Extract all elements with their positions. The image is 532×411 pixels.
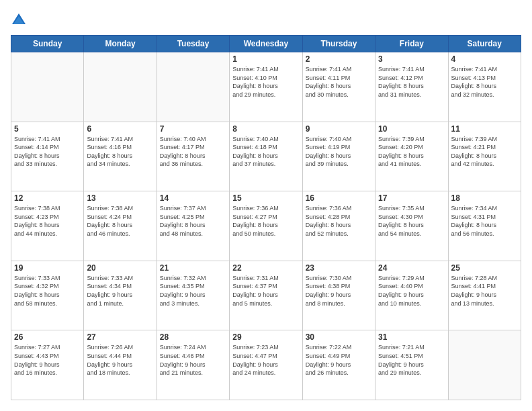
day-info: Sunrise: 7:24 AM Sunset: 4:46 PM Dayligh… [160,343,226,377]
page: SundayMondayTuesdayWednesdayThursdayFrid… [0,0,532,411]
day-info: Sunrise: 7:34 AM Sunset: 4:31 PM Dayligh… [451,204,518,238]
day-info: Sunrise: 7:40 AM Sunset: 4:18 PM Dayligh… [232,135,299,169]
day-info: Sunrise: 7:31 AM Sunset: 4:37 PM Dayligh… [232,274,299,308]
calendar-cell: 11Sunrise: 7:39 AM Sunset: 4:21 PM Dayli… [448,122,521,191]
day-number: 24 [378,263,445,273]
day-info: Sunrise: 7:32 AM Sunset: 4:35 PM Dayligh… [160,274,226,308]
calendar-cell: 23Sunrise: 7:30 AM Sunset: 4:38 PM Dayli… [302,261,375,330]
calendar-cell: 16Sunrise: 7:36 AM Sunset: 4:28 PM Dayli… [302,191,375,261]
day-info: Sunrise: 7:26 AM Sunset: 4:44 PM Dayligh… [87,343,153,377]
day-number: 21 [160,263,226,273]
day-info: Sunrise: 7:37 AM Sunset: 4:25 PM Dayligh… [160,204,226,238]
day-number: 13 [87,193,153,203]
day-number: 4 [451,54,518,64]
calendar-cell: 4Sunrise: 7:41 AM Sunset: 4:13 PM Daylig… [448,52,521,122]
calendar-week-row: 19Sunrise: 7:33 AM Sunset: 4:32 PM Dayli… [11,261,521,330]
day-number: 5 [14,124,81,134]
calendar-table: SundayMondayTuesdayWednesdayThursdayFrid… [11,35,521,400]
day-info: Sunrise: 7:36 AM Sunset: 4:28 PM Dayligh… [306,204,372,238]
weekday-header: Friday [375,36,448,52]
calendar-cell: 29Sunrise: 7:23 AM Sunset: 4:47 PM Dayli… [230,330,302,400]
day-number: 11 [451,124,518,134]
calendar-cell: 1Sunrise: 7:41 AM Sunset: 4:10 PM Daylig… [230,52,302,122]
calendar-cell: 21Sunrise: 7:32 AM Sunset: 4:35 PM Dayli… [157,261,229,330]
day-number: 9 [306,124,372,134]
day-info: Sunrise: 7:41 AM Sunset: 4:13 PM Dayligh… [451,65,518,99]
day-number: 29 [232,332,299,342]
day-info: Sunrise: 7:28 AM Sunset: 4:41 PM Dayligh… [451,274,518,308]
day-number: 26 [14,332,81,342]
calendar-cell: 5Sunrise: 7:41 AM Sunset: 4:14 PM Daylig… [11,122,84,191]
weekday-header: Sunday [11,36,84,52]
day-number: 6 [87,124,153,134]
day-number: 18 [451,193,518,203]
day-info: Sunrise: 7:30 AM Sunset: 4:38 PM Dayligh… [306,274,372,308]
day-info: Sunrise: 7:41 AM Sunset: 4:10 PM Dayligh… [232,65,299,99]
day-number: 14 [160,193,226,203]
day-number: 1 [232,54,299,64]
header [11,11,521,28]
calendar-header-row: SundayMondayTuesdayWednesdayThursdayFrid… [11,36,521,52]
day-number: 10 [378,124,445,134]
day-number: 12 [14,193,81,203]
weekday-header: Tuesday [157,36,229,52]
calendar-week-row: 1Sunrise: 7:41 AM Sunset: 4:10 PM Daylig… [11,52,521,122]
day-info: Sunrise: 7:36 AM Sunset: 4:27 PM Dayligh… [232,204,299,238]
day-info: Sunrise: 7:41 AM Sunset: 4:16 PM Dayligh… [87,135,153,169]
day-number: 30 [306,332,372,342]
calendar-cell: 22Sunrise: 7:31 AM Sunset: 4:37 PM Dayli… [230,261,302,330]
day-number: 31 [378,332,445,342]
day-number: 3 [378,54,445,64]
calendar-cell: 14Sunrise: 7:37 AM Sunset: 4:25 PM Dayli… [157,191,229,261]
day-number: 23 [306,263,372,273]
day-number: 19 [14,263,81,273]
calendar-cell [448,330,521,400]
calendar-cell: 13Sunrise: 7:38 AM Sunset: 4:24 PM Dayli… [84,191,157,261]
weekday-header: Saturday [448,36,521,52]
day-info: Sunrise: 7:41 AM Sunset: 4:11 PM Dayligh… [306,65,372,99]
day-number: 2 [306,54,372,64]
day-number: 22 [232,263,299,273]
day-number: 15 [232,193,299,203]
day-info: Sunrise: 7:39 AM Sunset: 4:21 PM Dayligh… [451,135,518,169]
calendar-cell: 19Sunrise: 7:33 AM Sunset: 4:32 PM Dayli… [11,261,84,330]
calendar-cell: 26Sunrise: 7:27 AM Sunset: 4:43 PM Dayli… [11,330,84,400]
calendar-cell: 31Sunrise: 7:21 AM Sunset: 4:51 PM Dayli… [375,330,448,400]
calendar-cell [11,52,84,122]
day-info: Sunrise: 7:38 AM Sunset: 4:23 PM Dayligh… [14,204,81,238]
calendar-cell: 10Sunrise: 7:39 AM Sunset: 4:20 PM Dayli… [375,122,448,191]
day-number: 25 [451,263,518,273]
weekday-header: Wednesday [230,36,302,52]
day-number: 28 [160,332,226,342]
calendar-cell: 28Sunrise: 7:24 AM Sunset: 4:46 PM Dayli… [157,330,229,400]
calendar-cell: 2Sunrise: 7:41 AM Sunset: 4:11 PM Daylig… [302,52,375,122]
calendar-cell: 12Sunrise: 7:38 AM Sunset: 4:23 PM Dayli… [11,191,84,261]
calendar-cell: 25Sunrise: 7:28 AM Sunset: 4:41 PM Dayli… [448,261,521,330]
calendar-cell [157,52,229,122]
calendar-cell: 20Sunrise: 7:33 AM Sunset: 4:34 PM Dayli… [84,261,157,330]
day-info: Sunrise: 7:40 AM Sunset: 4:19 PM Dayligh… [306,135,372,169]
day-info: Sunrise: 7:41 AM Sunset: 4:14 PM Dayligh… [14,135,81,169]
day-info: Sunrise: 7:38 AM Sunset: 4:24 PM Dayligh… [87,204,153,238]
calendar-cell [84,52,157,122]
calendar-week-row: 12Sunrise: 7:38 AM Sunset: 4:23 PM Dayli… [11,191,521,261]
calendar-week-row: 26Sunrise: 7:27 AM Sunset: 4:43 PM Dayli… [11,330,521,400]
day-info: Sunrise: 7:33 AM Sunset: 4:34 PM Dayligh… [87,274,153,308]
calendar-cell: 3Sunrise: 7:41 AM Sunset: 4:12 PM Daylig… [375,52,448,122]
calendar-cell: 17Sunrise: 7:35 AM Sunset: 4:30 PM Dayli… [375,191,448,261]
day-info: Sunrise: 7:21 AM Sunset: 4:51 PM Dayligh… [378,343,445,377]
day-number: 16 [306,193,372,203]
day-number: 7 [160,124,226,134]
calendar-cell: 6Sunrise: 7:41 AM Sunset: 4:16 PM Daylig… [84,122,157,191]
calendar-cell: 9Sunrise: 7:40 AM Sunset: 4:19 PM Daylig… [302,122,375,191]
calendar-cell: 15Sunrise: 7:36 AM Sunset: 4:27 PM Dayli… [230,191,302,261]
day-info: Sunrise: 7:33 AM Sunset: 4:32 PM Dayligh… [14,274,81,308]
day-number: 27 [87,332,153,342]
logo [11,11,30,28]
calendar-cell: 7Sunrise: 7:40 AM Sunset: 4:17 PM Daylig… [157,122,229,191]
calendar-cell: 27Sunrise: 7:26 AM Sunset: 4:44 PM Dayli… [84,330,157,400]
logo-icon [11,12,27,28]
calendar-cell: 24Sunrise: 7:29 AM Sunset: 4:40 PM Dayli… [375,261,448,330]
day-number: 20 [87,263,153,273]
day-info: Sunrise: 7:29 AM Sunset: 4:40 PM Dayligh… [378,274,445,308]
